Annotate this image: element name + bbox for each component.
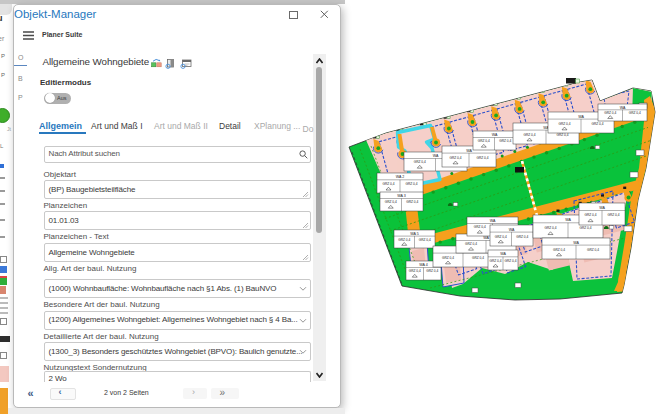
svg-text:WA: WA (620, 106, 626, 110)
svg-text:WA: WA (578, 115, 584, 119)
svg-text:GRZ 0,4: GRZ 0,4 (489, 259, 501, 263)
svg-text:GRZ 0,4: GRZ 0,4 (409, 269, 421, 273)
svg-text:GRZ 0,4: GRZ 0,4 (495, 235, 507, 239)
svg-text:GRZ 0,4: GRZ 0,4 (587, 248, 599, 252)
svg-text:GRZ 0,4: GRZ 0,4 (604, 111, 616, 115)
svg-text:WA: WA (483, 236, 489, 240)
svg-text:GRZ 0,4: GRZ 0,4 (419, 238, 431, 242)
svg-text:GRZ 0,4: GRZ 0,4 (426, 269, 438, 273)
svg-text:GRZ 0,4: GRZ 0,4 (584, 213, 596, 217)
svg-text:WA: WA (573, 241, 579, 245)
svg-text:WA: WA (500, 252, 506, 256)
svg-text:GRZ 0,4: GRZ 0,4 (478, 139, 490, 143)
svg-text:GRZ 0,4: GRZ 0,4 (553, 248, 565, 252)
svg-text:WA 3: WA 3 (397, 194, 405, 198)
svg-text:WA: WA (599, 206, 605, 210)
svg-text:GRZ 0,4: GRZ 0,4 (544, 226, 556, 230)
svg-text:WA: WA (490, 219, 496, 223)
svg-text:GRZ 0,4: GRZ 0,4 (414, 160, 426, 164)
svg-text:WA: WA (565, 218, 571, 222)
svg-text:WA 2: WA 2 (396, 175, 404, 179)
svg-text:GRZ 0,4: GRZ 0,4 (474, 225, 486, 229)
svg-text:GRZ 0,4: GRZ 0,4 (558, 122, 570, 126)
svg-text:GRZ 0,4: GRZ 0,4 (398, 238, 410, 242)
svg-text:GRZ 0,4: GRZ 0,4 (591, 122, 603, 126)
svg-text:WA: WA (433, 154, 439, 158)
svg-text:GRZ 0,4: GRZ 0,4 (442, 256, 454, 260)
svg-text:GRZ 0,4: GRZ 0,4 (406, 200, 418, 204)
svg-text:GRZ 0,4: GRZ 0,4 (504, 259, 516, 263)
svg-text:WA 5: WA 5 (410, 232, 418, 236)
svg-text:GRZ 0,4: GRZ 0,4 (472, 256, 484, 260)
svg-text:WA: WA (509, 228, 515, 232)
svg-text:WA: WA (492, 133, 498, 137)
svg-text:GRZ 0,4: GRZ 0,4 (405, 182, 417, 186)
svg-text:GRZ 0,4: GRZ 0,4 (523, 133, 535, 137)
svg-text:GRZ 0,4: GRZ 0,4 (385, 200, 397, 204)
svg-text:GRZ 0,4: GRZ 0,4 (499, 139, 511, 143)
svg-text:GRZ 0,4: GRZ 0,4 (382, 182, 394, 186)
svg-text:GRZ 0,4: GRZ 0,4 (607, 213, 619, 217)
svg-text:GRZ 0,4: GRZ 0,4 (579, 226, 591, 230)
svg-text:GRZ 0,4: GRZ 0,4 (629, 111, 641, 115)
svg-text:GRZ 0,4: GRZ 0,4 (465, 242, 477, 246)
svg-text:WA 4: WA 4 (419, 263, 427, 267)
svg-text:WA: WA (466, 149, 472, 153)
svg-text:GRZ 0,4: GRZ 0,4 (449, 156, 461, 160)
svg-text:GRZ 0,4: GRZ 0,4 (476, 156, 488, 160)
svg-text:GRZ 0,4: GRZ 0,4 (516, 235, 528, 239)
